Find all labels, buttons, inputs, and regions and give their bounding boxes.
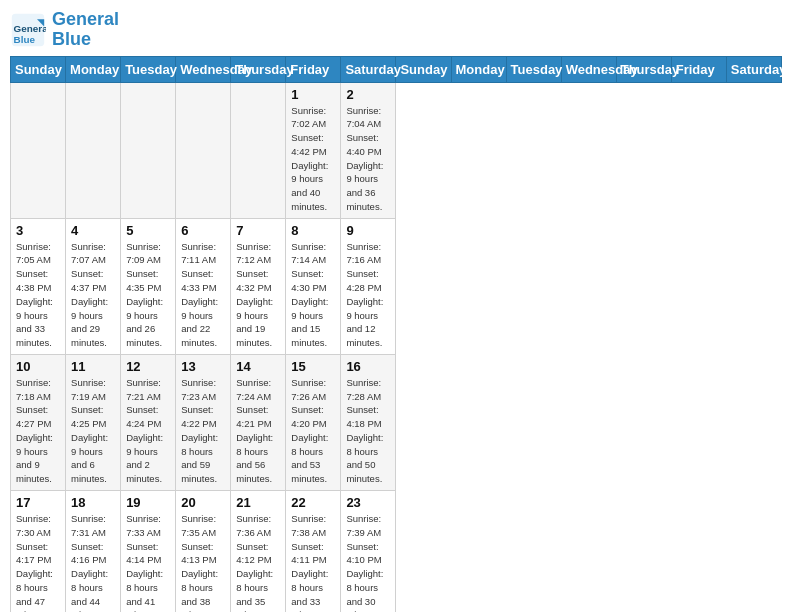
day-cell (231, 82, 286, 218)
header-thursday: Thursday (616, 56, 671, 82)
day-cell: 2Sunrise: 7:04 AM Sunset: 4:40 PM Daylig… (341, 82, 396, 218)
day-number: 12 (126, 359, 170, 374)
header-sunday: Sunday (11, 56, 66, 82)
day-cell: 13Sunrise: 7:23 AM Sunset: 4:22 PM Dayli… (176, 354, 231, 490)
day-cell: 15Sunrise: 7:26 AM Sunset: 4:20 PM Dayli… (286, 354, 341, 490)
header-wednesday: Wednesday (561, 56, 616, 82)
day-number: 22 (291, 495, 335, 510)
day-number: 16 (346, 359, 390, 374)
day-number: 23 (346, 495, 390, 510)
day-number: 3 (16, 223, 60, 238)
day-cell (11, 82, 66, 218)
day-cell: 23Sunrise: 7:39 AM Sunset: 4:10 PM Dayli… (341, 490, 396, 612)
logo-icon: General Blue (10, 12, 46, 48)
header-saturday: Saturday (726, 56, 781, 82)
day-cell: 4Sunrise: 7:07 AM Sunset: 4:37 PM Daylig… (66, 218, 121, 354)
day-cell: 11Sunrise: 7:19 AM Sunset: 4:25 PM Dayli… (66, 354, 121, 490)
header-friday: Friday (671, 56, 726, 82)
day-info: Sunrise: 7:19 AM Sunset: 4:25 PM Dayligh… (71, 377, 108, 484)
day-info: Sunrise: 7:28 AM Sunset: 4:18 PM Dayligh… (346, 377, 383, 484)
day-info: Sunrise: 7:31 AM Sunset: 4:16 PM Dayligh… (71, 513, 108, 612)
week-row-4: 17Sunrise: 7:30 AM Sunset: 4:17 PM Dayli… (11, 490, 782, 612)
header-sunday: Sunday (396, 56, 451, 82)
header-wednesday: Wednesday (176, 56, 231, 82)
day-info: Sunrise: 7:11 AM Sunset: 4:33 PM Dayligh… (181, 241, 218, 348)
day-cell (176, 82, 231, 218)
day-number: 6 (181, 223, 225, 238)
day-number: 10 (16, 359, 60, 374)
day-number: 2 (346, 87, 390, 102)
logo-text: GeneralBlue (52, 10, 119, 50)
day-cell: 22Sunrise: 7:38 AM Sunset: 4:11 PM Dayli… (286, 490, 341, 612)
day-cell (121, 82, 176, 218)
day-number: 5 (126, 223, 170, 238)
day-number: 11 (71, 359, 115, 374)
day-info: Sunrise: 7:07 AM Sunset: 4:37 PM Dayligh… (71, 241, 108, 348)
header-saturday: Saturday (341, 56, 396, 82)
day-cell: 21Sunrise: 7:36 AM Sunset: 4:12 PM Dayli… (231, 490, 286, 612)
day-info: Sunrise: 7:26 AM Sunset: 4:20 PM Dayligh… (291, 377, 328, 484)
day-number: 7 (236, 223, 280, 238)
day-number: 19 (126, 495, 170, 510)
day-info: Sunrise: 7:16 AM Sunset: 4:28 PM Dayligh… (346, 241, 383, 348)
day-info: Sunrise: 7:04 AM Sunset: 4:40 PM Dayligh… (346, 105, 383, 212)
day-cell: 14Sunrise: 7:24 AM Sunset: 4:21 PM Dayli… (231, 354, 286, 490)
day-info: Sunrise: 7:33 AM Sunset: 4:14 PM Dayligh… (126, 513, 163, 612)
day-number: 20 (181, 495, 225, 510)
day-info: Sunrise: 7:05 AM Sunset: 4:38 PM Dayligh… (16, 241, 53, 348)
day-cell: 10Sunrise: 7:18 AM Sunset: 4:27 PM Dayli… (11, 354, 66, 490)
day-cell: 9Sunrise: 7:16 AM Sunset: 4:28 PM Daylig… (341, 218, 396, 354)
day-number: 8 (291, 223, 335, 238)
day-info: Sunrise: 7:38 AM Sunset: 4:11 PM Dayligh… (291, 513, 328, 612)
day-cell: 16Sunrise: 7:28 AM Sunset: 4:18 PM Dayli… (341, 354, 396, 490)
day-info: Sunrise: 7:02 AM Sunset: 4:42 PM Dayligh… (291, 105, 328, 212)
day-cell: 18Sunrise: 7:31 AM Sunset: 4:16 PM Dayli… (66, 490, 121, 612)
day-number: 9 (346, 223, 390, 238)
svg-text:General: General (14, 23, 46, 34)
day-cell: 3Sunrise: 7:05 AM Sunset: 4:38 PM Daylig… (11, 218, 66, 354)
day-info: Sunrise: 7:30 AM Sunset: 4:17 PM Dayligh… (16, 513, 53, 612)
day-cell: 12Sunrise: 7:21 AM Sunset: 4:24 PM Dayli… (121, 354, 176, 490)
day-number: 17 (16, 495, 60, 510)
header-tuesday: Tuesday (506, 56, 561, 82)
day-cell: 20Sunrise: 7:35 AM Sunset: 4:13 PM Dayli… (176, 490, 231, 612)
day-info: Sunrise: 7:36 AM Sunset: 4:12 PM Dayligh… (236, 513, 273, 612)
day-number: 21 (236, 495, 280, 510)
day-cell: 8Sunrise: 7:14 AM Sunset: 4:30 PM Daylig… (286, 218, 341, 354)
day-cell: 5Sunrise: 7:09 AM Sunset: 4:35 PM Daylig… (121, 218, 176, 354)
header-monday: Monday (66, 56, 121, 82)
day-info: Sunrise: 7:35 AM Sunset: 4:13 PM Dayligh… (181, 513, 218, 612)
day-info: Sunrise: 7:12 AM Sunset: 4:32 PM Dayligh… (236, 241, 273, 348)
day-number: 4 (71, 223, 115, 238)
header-monday: Monday (451, 56, 506, 82)
day-cell: 6Sunrise: 7:11 AM Sunset: 4:33 PM Daylig… (176, 218, 231, 354)
header-thursday: Thursday (231, 56, 286, 82)
day-info: Sunrise: 7:23 AM Sunset: 4:22 PM Dayligh… (181, 377, 218, 484)
week-row-1: 1Sunrise: 7:02 AM Sunset: 4:42 PM Daylig… (11, 82, 782, 218)
day-cell: 1Sunrise: 7:02 AM Sunset: 4:42 PM Daylig… (286, 82, 341, 218)
day-cell: 19Sunrise: 7:33 AM Sunset: 4:14 PM Dayli… (121, 490, 176, 612)
day-number: 15 (291, 359, 335, 374)
week-row-2: 3Sunrise: 7:05 AM Sunset: 4:38 PM Daylig… (11, 218, 782, 354)
header-tuesday: Tuesday (121, 56, 176, 82)
calendar-header-row: SundayMondayTuesdayWednesdayThursdayFrid… (11, 56, 782, 82)
day-info: Sunrise: 7:21 AM Sunset: 4:24 PM Dayligh… (126, 377, 163, 484)
day-number: 1 (291, 87, 335, 102)
day-number: 18 (71, 495, 115, 510)
day-cell: 7Sunrise: 7:12 AM Sunset: 4:32 PM Daylig… (231, 218, 286, 354)
day-number: 13 (181, 359, 225, 374)
header-friday: Friday (286, 56, 341, 82)
svg-text:Blue: Blue (14, 33, 36, 44)
header: General Blue GeneralBlue (10, 10, 782, 50)
day-info: Sunrise: 7:14 AM Sunset: 4:30 PM Dayligh… (291, 241, 328, 348)
week-row-3: 10Sunrise: 7:18 AM Sunset: 4:27 PM Dayli… (11, 354, 782, 490)
day-number: 14 (236, 359, 280, 374)
day-cell: 17Sunrise: 7:30 AM Sunset: 4:17 PM Dayli… (11, 490, 66, 612)
logo: General Blue GeneralBlue (10, 10, 119, 50)
day-info: Sunrise: 7:09 AM Sunset: 4:35 PM Dayligh… (126, 241, 163, 348)
day-cell (66, 82, 121, 218)
day-info: Sunrise: 7:18 AM Sunset: 4:27 PM Dayligh… (16, 377, 53, 484)
day-info: Sunrise: 7:24 AM Sunset: 4:21 PM Dayligh… (236, 377, 273, 484)
day-info: Sunrise: 7:39 AM Sunset: 4:10 PM Dayligh… (346, 513, 383, 612)
calendar-table: SundayMondayTuesdayWednesdayThursdayFrid… (10, 56, 782, 612)
